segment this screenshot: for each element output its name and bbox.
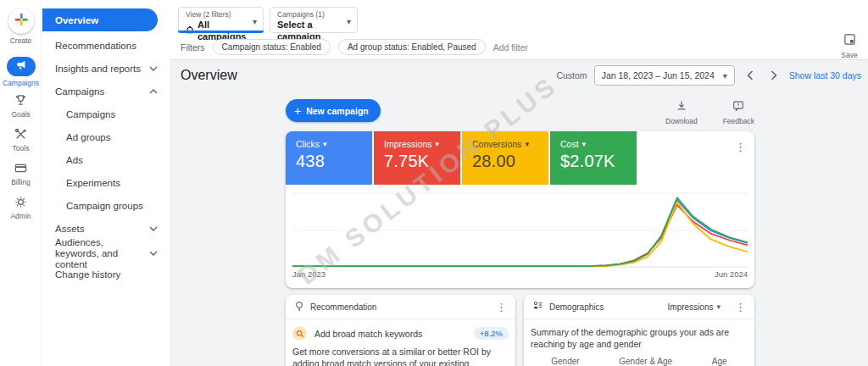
next-period-button[interactable] [765,67,782,84]
nav-label: Campaign groups [42,201,143,211]
nav-label: Change history [42,269,120,280]
nav-item-campaigns[interactable]: Campaigns [42,106,170,123]
filter-chip-ad-group-status[interactable]: Ad group status: Enabled, Paused [338,39,486,55]
rail-item-admin[interactable]: Admin [0,194,42,220]
rail-label-create: Create [10,36,32,45]
nav-item-insights-and-reports[interactable]: Insights and reports [42,60,170,77]
metric-card-conversions[interactable]: Conversions▾ 28.00 [462,131,548,185]
recommendation-card-title: Recommendation [310,302,376,312]
campaigns-active-pill[interactable] [7,57,36,76]
metric-value: 28.00 [472,152,548,171]
main-content: View (2 filters) All campaigns ▾ Campaig… [170,0,868,366]
x-axis-end-label: Jun 2024 [715,269,748,279]
nav-item-change-history[interactable]: Change history [42,266,170,283]
metric-label: Conversions [472,139,521,149]
rail-label-goals: Goals [11,110,30,119]
rail-label-billing: Billing [11,178,31,186]
nav-item-ads[interactable]: Ads [42,152,170,169]
nav-item-audiences-keywords-content[interactable]: Audiences, keywords, and content [42,239,170,268]
nav-item-recommendations[interactable]: Recommendations [42,37,170,54]
caret-down-icon: ▾ [347,17,351,26]
download-button[interactable]: Download [665,100,698,125]
metric-card-cost[interactable]: Cost▾ $2.07K [550,131,637,185]
chevron-down-icon [149,226,158,231]
show-last-30-days-link[interactable]: Show last 30 days [789,70,861,80]
save-label: Save [841,51,857,59]
campaign-select-dropdown[interactable]: Campaigns (1) Select a campaign ▾ [270,7,358,33]
x-axis-start-label: Jan 2023 [292,269,326,279]
demographics-summary-text: Summary of the demographic groups your a… [531,326,748,350]
view-dropdown[interactable]: View (2 filters) All campaigns ▾ [178,7,264,33]
nav-label: Campaigns [42,109,115,119]
rail-item-billing[interactable]: Billing [0,160,42,186]
date-range-picker[interactable]: Jan 18, 2023 – Jun 15, 2024 ▾ [594,65,735,86]
nav-item-assets[interactable]: Assets [42,220,170,237]
tab-gender-and-age[interactable]: Gender & Age [600,357,692,366]
feedback-label: Feedback [723,117,754,125]
download-icon [676,100,687,115]
chart-card-menu-button[interactable]: ⋮ [735,141,746,152]
nav-label: Assets [42,224,85,234]
nav-label: Ads [42,155,83,165]
trophy-icon [14,92,29,108]
feedback-icon [732,100,744,115]
metric-card-clicks[interactable]: Clicks▾ 438 [286,131,372,185]
campaign-dropdown-label: Campaigns (1) [277,10,338,19]
campaigns-nav: Overview Recommendations Insights and re… [42,0,170,366]
home-icon [186,25,194,36]
nav-item-campaign-groups[interactable]: Campaign groups [42,197,170,214]
rail-item-campaigns[interactable]: Campaigns [0,57,42,87]
add-filter-button[interactable]: Add filter [493,42,528,53]
filter-chip-campaign-status[interactable]: Campaign status: Enabled [213,39,331,55]
metric-card-impressions[interactable]: Impressions▾ 7.75K [374,131,460,185]
demographics-menu-button[interactable]: ⋮ [735,302,746,313]
metric-label: Impressions [384,139,432,149]
lightbulb-icon [294,299,304,314]
nav-label: Insights and reports [42,64,141,74]
rail-label-campaigns: Campaigns [3,79,39,87]
nav-label: Ad groups [42,132,110,142]
demographics-card: Demographics Impressions ▾ ⋮ Summary of … [524,295,754,366]
recommendation-body-text: Get more conversions at a similar or bet… [292,346,509,366]
caret-down-icon: ▾ [525,140,529,148]
nav-label-overview: Overview [42,15,98,25]
nav-item-ad-groups[interactable]: Ad groups [42,129,170,146]
save-button[interactable]: Save [836,33,863,59]
nav-label: Campaigns [42,86,104,97]
performance-chart-card: Clicks▾ 438 Impressions▾ 7.75K Conversio… [286,131,754,288]
demographics-card-title: Demographics [549,302,604,312]
recommendation-item-title[interactable]: Add broad match keywords [314,329,422,339]
metric-value: $2.07K [560,152,637,171]
create-plus-icon [14,13,28,30]
create-button[interactable] [8,8,34,34]
rail-item-tools[interactable]: Tools [0,126,42,152]
rail-label-admin: Admin [10,212,31,220]
rail-item-goals[interactable]: Goals [0,92,42,119]
new-campaign-button[interactable]: + New campaign [286,99,381,122]
previous-period-button[interactable] [742,67,759,84]
metric-label: Cost [560,139,579,149]
recommendation-item[interactable]: Add broad match keywords +8.2% [292,326,509,341]
page-title: Overview [181,68,237,83]
date-range-value: Jan 18, 2023 – Jun 15, 2024 [602,70,715,80]
metric-label: Clicks [296,139,320,149]
search-icon [292,326,307,341]
recommendation-menu-button[interactable]: ⋮ [496,302,507,313]
filters-row: Filters Campaign status: Enabled Ad grou… [181,39,528,55]
nav-item-campaigns-section[interactable]: Campaigns [42,83,170,100]
performance-line-chart[interactable] [292,192,748,269]
feedback-button[interactable]: Feedback [723,100,754,125]
chart-actions: Download Feedback [665,100,754,125]
demographics-metric-selector[interactable]: Impressions ▾ [668,302,721,312]
tab-age[interactable]: Age [691,357,748,366]
nav-item-overview[interactable]: Overview [42,8,158,31]
chevron-down-icon [149,66,158,71]
rail-item-create[interactable]: Create [0,8,42,45]
nav-item-experiments[interactable]: Experiments [42,175,170,191]
top-toolbar: View (2 filters) All campaigns ▾ Campaig… [170,0,868,60]
tab-gender[interactable]: Gender [531,357,600,366]
metric-value: 7.75K [384,152,460,171]
caret-down-icon: ▾ [582,140,587,148]
nav-label: Audiences, keywords, and content [42,237,136,270]
save-icon [843,33,856,49]
